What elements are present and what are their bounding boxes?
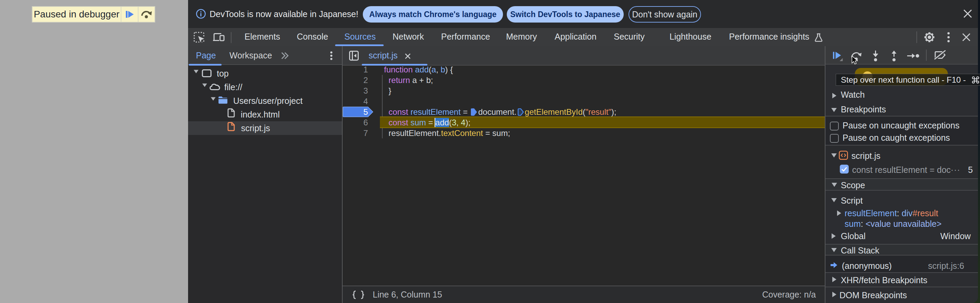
svg-text:5: 5 [363,107,368,116]
